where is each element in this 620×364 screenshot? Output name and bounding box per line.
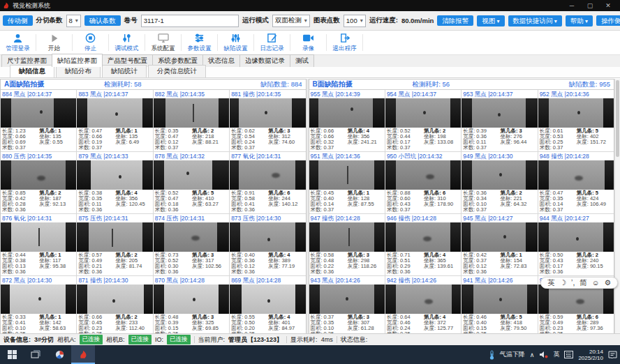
defect-cell[interactable]: 869 黑点 |20:14:28 长度:0.55 宽度:0.50 面积:0.20… [230, 276, 305, 338]
defect-cell[interactable]: 883 黑点 |20:14:37 长度:0.47 宽度:0.66 面积:0.19… [77, 90, 152, 151]
ime-lang-button[interactable]: 英 [547, 279, 555, 287]
view-menu-button[interactable]: 视图 [477, 15, 504, 26]
defect-cell[interactable]: 871 撞伤 |20:14:30 长度:0.66 宽度:0.45 面积:0.23… [77, 276, 152, 338]
tab-main-4[interactable]: 状态信息 [202, 54, 240, 67]
defect-image[interactable] [154, 98, 229, 128]
action-log-button[interactable]: 日志记录 [256, 31, 288, 54]
defect-image[interactable] [385, 160, 461, 190]
defect-cell[interactable]: 873 压伤 |20:14:30 长度:0.40 宽度:0.36 面积:0.12… [230, 214, 305, 275]
defect-image[interactable] [385, 98, 461, 128]
ime-simplified-button[interactable]: 简 [580, 279, 587, 287]
ime-keyboard-icon[interactable] [564, 351, 573, 358]
defect-cell[interactable]: 949 黑点 |20:14:30 长度:0.36 宽度:0.34 面积:0.10… [462, 152, 537, 213]
defect-cell[interactable]: 950 小凹坑 |20:14:32 长度:0.88 宽度:0.60 面积:0.4… [385, 152, 461, 213]
defect-cell[interactable]: 955 黑点 |20:14:39 长度:0.66 宽度:0.66 面积:0.32… [309, 90, 385, 151]
defect-image[interactable] [309, 98, 385, 128]
taskbar-app-icon[interactable] [47, 345, 71, 364]
defect-image[interactable] [1, 285, 76, 314]
defect-image[interactable] [309, 222, 385, 252]
defect-image[interactable] [77, 285, 152, 314]
defect-image[interactable] [1, 160, 76, 190]
defect-cell[interactable]: 952 黑点 |20:14:36 长度:0.61 宽度:0.53 面积:0.25… [538, 90, 614, 151]
defect-cell[interactable]: 874 压伤 |20:14:31 长度:0.73 宽度:0.52 面积:0.30… [154, 214, 229, 275]
defect-cell[interactable]: 870 黑点 |20:14:28 长度:0.48 宽度:0.39 面积:0.15… [154, 276, 229, 338]
defect-cell[interactable]: 943 黑点 |20:14:26 长度:0.37 宽度:0.35 面积:0.10… [309, 276, 385, 338]
taskbar-active-app-icon[interactable] [71, 345, 95, 364]
tray-expand-icon[interactable]: ∧ [530, 351, 535, 358]
ime-punctuation-icon[interactable]: ’, [571, 279, 575, 287]
defect-cell[interactable]: 876 氧化 |20:14:31 长度:0.44 宽度:0.38 面积:0.13… [1, 214, 76, 275]
defect-image[interactable] [462, 98, 537, 128]
defect-cell[interactable]: 884 黑点 |20:14:37 长度:1.23 宽度:0.66 面积:0.69… [1, 90, 76, 151]
data-quick-access-menu-button[interactable]: 数据快捷访问 [508, 15, 562, 26]
help-menu-button[interactable]: 帮助 [566, 15, 593, 26]
defect-image[interactable] [1, 98, 76, 128]
defect-cell[interactable]: 881 撞伤 |20:14:35 长度:0.62 宽度:0.54 面积:0.24… [230, 90, 305, 151]
defect-image[interactable] [538, 98, 614, 128]
defect-image[interactable] [230, 222, 305, 252]
roll-number-input[interactable] [141, 15, 239, 27]
defect-image[interactable] [309, 285, 385, 314]
action-stop-button[interactable]: 停止 [74, 31, 107, 54]
drive-side-button[interactable]: 传动侧 [3, 15, 33, 26]
ime-emoji-icon[interactable]: ☺ [592, 279, 600, 287]
defect-image[interactable] [154, 285, 229, 314]
action-monitor-button[interactable]: 系统配置 [147, 31, 179, 54]
tab-main-5[interactable]: 边缘数据记录 [239, 54, 290, 67]
volume-icon[interactable] [539, 351, 548, 358]
defect-image[interactable] [309, 160, 385, 190]
defect-image[interactable] [154, 160, 229, 190]
thermometer-icon[interactable] [489, 350, 495, 360]
action-center-icon[interactable] [608, 351, 617, 358]
tab-sub-2[interactable]: 缺陷统计 [102, 65, 147, 77]
defect-cell[interactable]: 879 黑点 |20:14:33 长度:0.38 宽度:0.35 面积:0.11… [77, 152, 152, 213]
clear-alarm-button[interactable]: 清除报警 [437, 15, 473, 26]
defect-cell[interactable]: 878 黑点 |20:14:32 长度:0.52 宽度:0.47 面积:0.18… [154, 152, 229, 213]
defect-image[interactable] [230, 98, 305, 128]
vertical-scrollbar[interactable] [614, 79, 620, 333]
chart-points-select[interactable]: 100 [344, 15, 366, 27]
action-play-button[interactable]: 开始 [38, 31, 71, 54]
defect-cell[interactable]: 875 压伤 |20:14:31 长度:0.57 宽度:0.49 面积:0.21… [77, 214, 152, 275]
defect-image[interactable] [77, 160, 152, 190]
defect-image[interactable] [77, 98, 152, 128]
defect-cell[interactable]: 947 撞伤 |20:14:28 长度:0.58 宽度:0.48 面积:0.22… [309, 214, 385, 275]
defect-cell[interactable]: 948 撞伤 |20:14:28 长度:0.47 宽度:0.35 面积:0.14… [538, 152, 614, 213]
defect-image[interactable] [462, 222, 537, 252]
weather-ticker[interactable]: 气温下降 [500, 350, 525, 359]
start-button[interactable] [0, 345, 24, 364]
action-exit-button[interactable]: 退出程序 [328, 31, 361, 54]
tab-main-6[interactable]: 测试 [290, 54, 314, 67]
task-view-button[interactable] [24, 345, 47, 364]
defect-image[interactable] [462, 160, 537, 190]
tab-sub-0[interactable]: 缺陷信息 [10, 65, 54, 77]
action-sliders_v-button[interactable]: 缺陷设置 [219, 31, 252, 54]
defect-image[interactable] [1, 222, 76, 252]
defect-image[interactable] [538, 222, 614, 252]
defect-cell[interactable]: 945 黑点 |20:14:27 长度:0.42 宽度:0.37 面积:0.12… [462, 214, 537, 275]
defect-cell[interactable]: 951 黑点 |20:14:36 长度:0.45 宽度:0.40 面积:0.14… [309, 152, 385, 213]
defect-image[interactable] [77, 222, 152, 252]
ime-settings-icon[interactable]: ⚙ [605, 279, 611, 287]
action-sliders_h-button[interactable]: 参数设置 [183, 31, 216, 54]
scrollbar-thumb[interactable] [616, 80, 619, 157]
defect-cell[interactable]: 880 压伤 |20:14:35 长度:0.85 宽度:0.42 面积:0.28… [1, 152, 76, 213]
language-indicator[interactable]: 英 [553, 350, 559, 359]
defect-cell[interactable]: 877 氧化 |20:14:31 长度:0.91 宽度:0.58 面积:0.41… [230, 152, 305, 213]
close-button[interactable]: ✕ [599, 0, 617, 11]
operate-side-button[interactable]: 操作侧 [596, 15, 620, 26]
maximize-button[interactable]: ▢ [581, 0, 599, 11]
defect-cell[interactable]: 953 黑点 |20:14:37 长度:0.39 宽度:0.36 面积:0.11… [462, 90, 537, 151]
action-user-button[interactable]: 管理登录 [1, 31, 34, 54]
defect-image[interactable] [538, 285, 614, 314]
defect-image[interactable] [462, 285, 537, 314]
defect-image[interactable] [154, 222, 229, 252]
defect-image[interactable] [385, 222, 461, 252]
slit-count-select[interactable]: 8 [66, 15, 81, 27]
defect-cell[interactable]: 946 撞伤 |20:14:28 长度:0.71 宽度:0.51 面积:0.29… [385, 214, 461, 275]
ime-fullwidth-icon[interactable]: ☽ [560, 279, 566, 287]
action-camera-button[interactable]: 录像 [292, 31, 325, 54]
defect-image[interactable] [230, 160, 305, 190]
defect-cell[interactable]: 872 黑点 |20:14:30 长度:0.33 宽度:0.41 面积:0.10… [1, 276, 76, 338]
defect-cell[interactable]: 942 撞伤 |20:14:26 长度:0.64 宽度:0.46 面积:0.24… [385, 276, 461, 338]
